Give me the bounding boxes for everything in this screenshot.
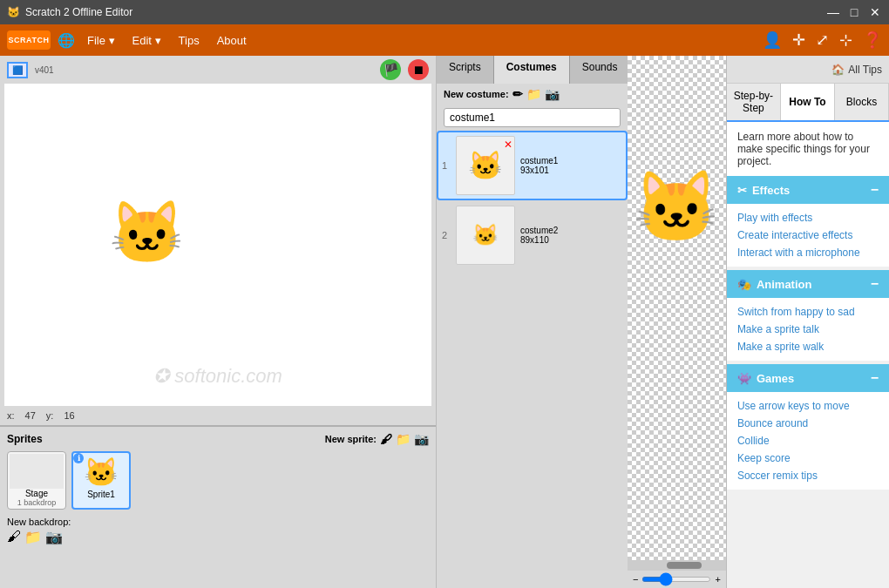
globe-icon[interactable]: 🌐 xyxy=(58,32,75,49)
tip-happy-sad[interactable]: Switch from happy to sad xyxy=(737,303,879,321)
tips-content: ✂ Effects − Play with effects Create int… xyxy=(727,176,889,588)
tip-microphone[interactable]: Interact with a microphone xyxy=(737,244,879,261)
costume-item-1[interactable]: 1 🐱 ✕ costume1 93x101 xyxy=(437,131,628,200)
effects-collapse-button[interactable]: − xyxy=(871,182,879,198)
sprite-item-1[interactable]: ℹ 🐱 Sprite1 xyxy=(71,451,131,510)
zoom-in-button[interactable]: + xyxy=(715,574,720,585)
costume-info-1: costume1 93x101 xyxy=(520,156,558,175)
toolbar-icons: 👤 ✛ ⤢ ⊹ ❓ xyxy=(763,30,882,50)
scroll-thumb[interactable] xyxy=(667,562,702,569)
costume-dims-1: 93x101 xyxy=(520,166,558,175)
menu-file[interactable]: File ▾ xyxy=(82,30,120,51)
costume-name-input[interactable] xyxy=(444,108,621,127)
stage-selector[interactable]: 🟦 xyxy=(7,62,28,78)
camera-sprite-button[interactable]: 📷 xyxy=(414,432,429,446)
tab-blocks[interactable]: Blocks xyxy=(835,84,889,120)
costume-list: 1 🐱 ✕ costume1 93x101 2 🐱 costume2 89x11… xyxy=(437,131,628,588)
effects-items: Play with effects Create interactive eff… xyxy=(727,204,889,267)
stage-controls: 🟦 v401 🏴 ⏹ xyxy=(0,56,436,84)
tips-description: Learn more about how to make specific th… xyxy=(727,122,889,176)
user-icon[interactable]: 👤 xyxy=(763,30,782,50)
editor-area: Scripts Costumes Sounds New costume: ✏ 📁… xyxy=(436,56,628,588)
green-flag-button[interactable]: 🏴 xyxy=(380,59,401,80)
camera-costume-button[interactable]: 📷 xyxy=(545,87,560,101)
paint-costume-button[interactable]: ✏ xyxy=(512,87,523,101)
tips-section-animation-header[interactable]: 🎭 Animation − xyxy=(727,270,889,298)
tip-keep-score[interactable]: Keep score xyxy=(737,449,879,467)
costume-num-2: 2 xyxy=(442,230,456,240)
costume-search xyxy=(437,105,628,131)
menu-about[interactable]: About xyxy=(212,30,252,51)
animation-items: Switch from happy to sad Make a sprite t… xyxy=(727,298,889,361)
costume-info-2: costume2 89x110 xyxy=(520,226,558,245)
fullscreen-icon[interactable]: ⤢ xyxy=(816,30,829,50)
camera-backdrop-button[interactable]: 📷 xyxy=(45,529,63,545)
games-collapse-button[interactable]: − xyxy=(871,370,879,386)
maximize-button[interactable]: □ xyxy=(847,5,861,19)
tip-sprite-walk[interactable]: Make a sprite walk xyxy=(737,338,879,355)
stage-item[interactable]: Stage 1 backdrop xyxy=(7,451,66,510)
paint-backdrop-button[interactable]: 🖌 xyxy=(7,529,21,545)
tab-step-by-step[interactable]: Step-by-Step xyxy=(727,84,781,120)
watermark-text: ✪ softonic.com xyxy=(153,361,282,389)
menu-tips[interactable]: Tips xyxy=(173,30,205,51)
menu-edit[interactable]: Edit ▾ xyxy=(127,30,166,51)
tips-section-games-header[interactable]: 👾 Games − xyxy=(727,364,889,392)
stage-area: 🟦 v401 🏴 ⏹ 🐱 ✪ softonic.com x: 47 y: 16 … xyxy=(0,56,436,588)
tip-soccer-remix[interactable]: Soccer remix tips xyxy=(737,467,879,484)
effects-label: ✂ Effects xyxy=(737,184,790,197)
tips-header: 🏠 All Tips xyxy=(727,56,889,84)
add-icon[interactable]: ✛ xyxy=(792,30,805,50)
tip-play-effects[interactable]: Play with effects xyxy=(737,209,879,226)
animation-collapse-button[interactable]: − xyxy=(871,276,879,292)
tab-scripts[interactable]: Scripts xyxy=(437,56,494,84)
costume-item-2[interactable]: 2 🐱 costume2 89x110 xyxy=(437,200,628,270)
tips-section-effects-header[interactable]: ✂ Effects − xyxy=(727,176,889,204)
upload-sprite-button[interactable]: 📁 xyxy=(396,432,411,446)
scratch-logo: SCRATCH xyxy=(7,30,51,50)
paint-sprite-button[interactable]: 🖌 xyxy=(380,432,392,446)
minimize-button[interactable]: — xyxy=(826,5,840,19)
all-tips-label: All Tips xyxy=(848,64,882,76)
tab-how-to[interactable]: How To xyxy=(781,84,835,120)
all-tips-button[interactable]: 🏠 All Tips xyxy=(831,64,882,76)
upload-backdrop-button[interactable]: 📁 xyxy=(24,529,42,545)
delete-costume-1[interactable]: ✕ xyxy=(504,139,512,151)
backdrop-icons: 🖌 📁 📷 xyxy=(7,529,429,545)
games-icon: 👾 xyxy=(737,372,751,385)
animation-icon: 🎭 xyxy=(737,278,751,291)
costume-canvas-area: 🐱 xyxy=(628,56,726,560)
animation-label: 🎭 Animation xyxy=(737,278,812,291)
titlebar-left: 🐱 Scratch 2 Offline Editor xyxy=(7,6,132,18)
zoom-out-button[interactable]: − xyxy=(633,574,638,585)
help-icon[interactable]: ❓ xyxy=(863,30,882,50)
tips-section-effects: ✂ Effects − Play with effects Create int… xyxy=(727,176,889,267)
sprite-info-icon: ℹ xyxy=(73,453,84,463)
tab-costumes[interactable]: Costumes xyxy=(494,56,570,84)
x-label: x: xyxy=(7,410,15,421)
sprite-name-1: Sprite1 xyxy=(75,490,127,499)
stop-button[interactable]: ⏹ xyxy=(408,59,429,80)
games-label: 👾 Games xyxy=(737,372,794,385)
tip-sprite-talk[interactable]: Make a sprite talk xyxy=(737,321,879,338)
menubar: SCRATCH 🌐 File ▾ Edit ▾ Tips About 👤 ✛ ⤢… xyxy=(0,24,889,56)
costume-dims-2: 89x110 xyxy=(520,235,558,245)
import-costume-button[interactable]: 📁 xyxy=(526,87,541,101)
costume-scrollbar[interactable] xyxy=(628,560,726,571)
stage-name: Stage xyxy=(10,489,64,498)
tip-bounce[interactable]: Bounce around xyxy=(737,415,879,432)
tip-create-effects[interactable]: Create interactive effects xyxy=(737,226,879,244)
close-button[interactable]: ✕ xyxy=(868,5,882,19)
costume-num-1: 1 xyxy=(442,160,456,171)
new-sprite-label: New sprite: xyxy=(325,434,377,444)
settings-icon[interactable]: ⊹ xyxy=(839,30,852,50)
tab-sounds[interactable]: Sounds xyxy=(570,56,631,84)
effects-icon: ✂ xyxy=(737,184,747,197)
costume-name-1: costume1 xyxy=(520,156,558,166)
app-title: Scratch 2 Offline Editor xyxy=(25,6,132,18)
tip-arrow-keys[interactable]: Use arrow keys to move xyxy=(737,397,879,415)
backdrop-section: New backdrop: 🖌 📁 📷 xyxy=(3,513,432,549)
zoom-slider[interactable] xyxy=(641,577,711,582)
new-costume-header: New costume: ✏ 📁 📷 xyxy=(437,84,628,105)
tip-collide[interactable]: Collide xyxy=(737,432,879,449)
